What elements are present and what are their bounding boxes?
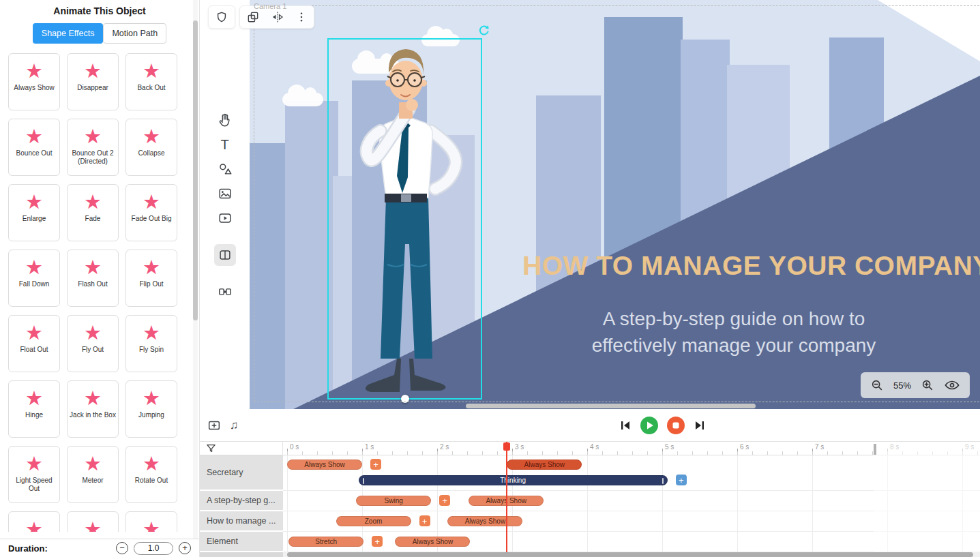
effect-card[interactable]: ★Rotate Out	[125, 446, 177, 503]
effect-card[interactable]: ★Fall Down	[8, 250, 60, 307]
effect-card[interactable]: ★Disappear	[67, 53, 119, 110]
bar-grip-right[interactable]	[662, 478, 664, 484]
effect-card[interactable]: ★Collapse	[125, 119, 177, 176]
canvas-scrollbar[interactable]	[250, 403, 980, 409]
timeline-track[interactable]: Swing+Always Show	[283, 491, 980, 511]
tool-strip: T	[200, 0, 250, 409]
effect-card[interactable]: ★Fade	[67, 184, 119, 241]
timeline-bar[interactable]: Stretch	[288, 537, 363, 547]
effect-card[interactable]: ★Fade Out Big	[125, 184, 177, 241]
zoom-in-button[interactable]	[921, 378, 934, 392]
playhead[interactable]	[506, 442, 507, 552]
effect-card[interactable]: ★Flash Out	[67, 250, 119, 307]
music-button[interactable]: ♫	[230, 419, 239, 432]
effect-card-partial[interactable]: ★	[8, 511, 60, 532]
timeline-row-label[interactable]: How to manage ...	[200, 511, 283, 532]
timeline-scrollbar[interactable]	[283, 552, 980, 557]
timeline-scrollbar-thumb[interactable]	[287, 552, 973, 557]
timeline-track[interactable]: Stretch+Always Show	[283, 532, 980, 552]
effect-card-partial[interactable]: ★	[67, 511, 119, 532]
shield-button[interactable]	[215, 10, 228, 24]
skip-end-button[interactable]	[694, 419, 706, 432]
add-scene-button[interactable]	[207, 418, 222, 433]
effect-card[interactable]: ★Fly Spin	[125, 315, 177, 372]
timeline-row-label[interactable]: A step-by-step g...	[200, 491, 283, 511]
effect-label: Bounce Out	[15, 149, 54, 157]
effect-label: Float Out	[18, 346, 49, 354]
duration-increase-button[interactable]: +	[179, 542, 191, 554]
add-effect-button[interactable]: +	[439, 495, 450, 506]
effect-card[interactable]: ★Fly Out	[67, 315, 119, 372]
image-tool-button[interactable]	[214, 183, 236, 205]
duration-decrease-button[interactable]: −	[116, 542, 128, 554]
ruler-label: 6 s	[740, 443, 749, 451]
resize-handle[interactable]	[401, 395, 409, 403]
effect-card[interactable]: ★Meteor	[67, 446, 119, 503]
timeline-bar[interactable]: Always Show	[507, 460, 582, 470]
slide-title[interactable]: HOW TO MANAGE YOUR COMPANY	[522, 251, 945, 281]
stop-button[interactable]	[667, 417, 685, 434]
slide-subtitle[interactable]: A step-by-step guide on how to effective…	[495, 305, 972, 359]
transition-tool-button[interactable]	[214, 281, 236, 303]
effect-card[interactable]: ★Bounce Out	[8, 119, 60, 176]
timeline-row-label[interactable]: Element	[200, 532, 283, 552]
add-effect-button[interactable]: +	[370, 459, 381, 470]
skip-start-button[interactable]	[619, 419, 632, 432]
selection-box[interactable]	[327, 38, 482, 400]
effect-card[interactable]: ★Flip Out	[125, 250, 177, 307]
effect-card[interactable]: ★Hinge	[8, 380, 60, 438]
effect-card-partial[interactable]: ★	[125, 511, 177, 532]
effect-star-icon: ★	[84, 125, 102, 149]
effects-scrollbar-thumb[interactable]	[193, 20, 198, 320]
timeline-track[interactable]: Zoom+Always Show	[283, 511, 980, 532]
timeline-bar[interactable]: Always Show	[447, 516, 522, 526]
playhead-handle[interactable]	[503, 442, 510, 451]
effects-scrollbar[interactable]	[193, 0, 198, 539]
duration-input[interactable]	[134, 542, 173, 555]
timeline-bar[interactable]: Swing	[356, 496, 431, 506]
timeline-row-label[interactable]: Secretary	[200, 455, 283, 491]
effect-card[interactable]: ★Enlarge	[8, 184, 60, 241]
add-effect-button[interactable]: +	[676, 475, 687, 485]
text-tool-button[interactable]: T	[214, 134, 236, 155]
flip-button[interactable]	[271, 10, 284, 24]
ruler-track[interactable]: 0 s1 s2 s3 s4 s5 s6 s7 s8 s9 s	[283, 442, 980, 455]
effect-card[interactable]: ★Light Speed Out	[8, 446, 60, 503]
rotate-icon[interactable]	[478, 25, 490, 37]
effect-label: Always Show	[12, 84, 55, 92]
effect-card[interactable]: ★Bounce Out 2 (Directed)	[67, 119, 119, 176]
timeline-track[interactable]: Always Show+Always ShowThinking+	[283, 455, 980, 491]
duplicate-button[interactable]	[246, 10, 260, 24]
effect-label: Back Out	[136, 84, 166, 92]
pan-tool-button[interactable]	[214, 109, 236, 131]
zoom-level: 55%	[893, 380, 911, 391]
timeline-bar[interactable]: Always Show	[287, 460, 362, 470]
effect-label: Meteor	[80, 477, 104, 485]
timeline-bar[interactable]: Always Show	[395, 537, 470, 547]
effect-card[interactable]: ★Back Out	[125, 53, 177, 110]
stage-canvas[interactable]: HOW TO MANAGE YOUR COMPANY A step-by-ste…	[250, 0, 980, 409]
shapes-tool-button[interactable]	[214, 158, 236, 180]
effect-card[interactable]: ★Always Show	[8, 53, 60, 110]
preview-button[interactable]	[944, 378, 960, 392]
play-button[interactable]	[640, 417, 658, 434]
pages-tool-button[interactable]	[214, 244, 236, 266]
effect-label: Enlarge	[21, 215, 47, 223]
canvas-scrollbar-thumb[interactable]	[466, 404, 756, 408]
zoom-in-icon	[921, 378, 934, 392]
add-effect-button[interactable]: +	[372, 536, 383, 547]
more-options-button[interactable]	[295, 10, 308, 24]
timeline-bar[interactable]: Zoom	[336, 516, 411, 526]
timeline-bar[interactable]: Thinking	[359, 475, 668, 485]
video-tool-button[interactable]	[214, 207, 236, 229]
effect-card[interactable]: ★Jumping	[125, 380, 177, 438]
tab-motion-path[interactable]: Motion Path	[103, 23, 166, 44]
add-effect-button[interactable]: +	[419, 515, 430, 526]
effect-card[interactable]: ★Jack in the Box	[67, 380, 119, 438]
filter-button[interactable]	[205, 442, 217, 454]
ruler-label: 5 s	[665, 443, 674, 451]
effect-card[interactable]: ★Float Out	[8, 315, 60, 372]
zoom-out-button[interactable]	[870, 378, 884, 392]
tab-shape-effects[interactable]: Shape Effects	[33, 23, 104, 44]
bar-grip-left[interactable]	[363, 478, 364, 484]
